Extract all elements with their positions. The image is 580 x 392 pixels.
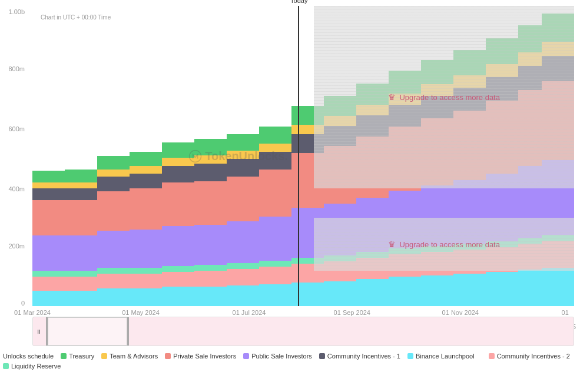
svg-rect-13 bbox=[65, 188, 97, 200]
svg-rect-63 bbox=[259, 127, 291, 144]
svg-rect-21 bbox=[97, 177, 130, 191]
svg-rect-29 bbox=[130, 174, 162, 188]
legend-private-sale: Private Sale Investors bbox=[165, 353, 236, 360]
svg-rect-1 bbox=[32, 277, 65, 291]
svg-rect-37 bbox=[162, 166, 194, 182]
legend-dot-team bbox=[101, 353, 107, 359]
svg-rect-10 bbox=[65, 271, 97, 277]
svg-rect-50 bbox=[227, 263, 259, 269]
legend-public-sale: Public Sale Investors bbox=[243, 353, 312, 360]
utc-label: Chart in UTC + 00:00 Time bbox=[38, 13, 113, 22]
svg-rect-30 bbox=[130, 166, 162, 174]
svg-rect-9 bbox=[65, 277, 97, 291]
svg-rect-23 bbox=[97, 156, 130, 170]
chart-inner: Today ♛ Upgrade to access more data ♛ Up… bbox=[32, 6, 574, 306]
legend-dot-private bbox=[165, 353, 171, 359]
mini-chart-left-handle[interactable] bbox=[46, 317, 48, 346]
mini-chart-right-handle[interactable] bbox=[127, 317, 129, 346]
svg-rect-88 bbox=[389, 277, 421, 306]
svg-rect-36 bbox=[162, 182, 194, 226]
chart-area: Today ♛ Upgrade to access more data ♛ Up… bbox=[32, 6, 574, 306]
today-line: Today bbox=[298, 6, 299, 306]
svg-rect-7 bbox=[32, 171, 65, 182]
svg-rect-52 bbox=[227, 177, 259, 221]
mini-chart[interactable]: ⏸ bbox=[32, 317, 574, 346]
watermark: TokenUnlocks. bbox=[188, 150, 288, 163]
svg-rect-45 bbox=[194, 164, 227, 181]
svg-rect-25 bbox=[130, 274, 162, 288]
y-label-0: 0 bbox=[21, 300, 25, 307]
legend-liquidity: Liquidity Reserve bbox=[3, 363, 61, 370]
svg-rect-20 bbox=[97, 191, 130, 231]
svg-rect-80 bbox=[356, 279, 389, 306]
svg-rect-14 bbox=[65, 182, 97, 188]
legend-dot-community1 bbox=[319, 353, 325, 359]
svg-rect-57 bbox=[259, 267, 291, 284]
legend-community-1: Community Incentives - 1 bbox=[319, 353, 400, 360]
svg-rect-27 bbox=[130, 230, 162, 268]
svg-rect-59 bbox=[259, 217, 291, 261]
svg-rect-64 bbox=[291, 283, 324, 306]
y-label-200m: 200m bbox=[8, 242, 25, 250]
legend-community-2: Community Incentives - 2 bbox=[489, 353, 570, 360]
crown-icon-bottom: ♛ bbox=[388, 240, 396, 249]
legend-treasury: Treasury bbox=[61, 353, 94, 360]
upgrade-text-top: ♛ Upgrade to access more data bbox=[388, 92, 500, 102]
svg-rect-3 bbox=[32, 235, 65, 271]
svg-rect-12 bbox=[65, 200, 97, 235]
svg-rect-18 bbox=[97, 268, 130, 274]
svg-rect-16 bbox=[97, 288, 130, 306]
svg-rect-41 bbox=[194, 271, 227, 287]
upgrade-text-bottom: ♛ Upgrade to access more data bbox=[388, 240, 500, 249]
svg-rect-32 bbox=[162, 287, 194, 306]
svg-rect-60 bbox=[259, 170, 291, 217]
crown-icon-top: ♛ bbox=[388, 92, 396, 102]
svg-rect-48 bbox=[227, 285, 259, 306]
svg-rect-58 bbox=[259, 261, 291, 267]
svg-rect-15 bbox=[65, 170, 97, 182]
svg-rect-2 bbox=[32, 271, 65, 277]
today-label: Today bbox=[290, 0, 307, 4]
svg-rect-24 bbox=[130, 288, 162, 306]
x-label-may: 01 May 2024 bbox=[122, 309, 160, 316]
svg-rect-5 bbox=[32, 188, 65, 200]
svg-rect-0 bbox=[32, 291, 65, 306]
svg-rect-34 bbox=[162, 266, 194, 272]
mini-chart-selection[interactable] bbox=[48, 317, 127, 346]
svg-rect-22 bbox=[97, 170, 130, 177]
svg-rect-19 bbox=[97, 231, 130, 268]
x-label-nov: 01 Nov 2024 bbox=[442, 309, 479, 316]
legend-dot-public bbox=[243, 353, 249, 359]
x-label-jul: 01 Jul 2024 bbox=[233, 309, 266, 316]
x-label-mar: 01 Mar 2024 bbox=[14, 309, 51, 316]
x-label-sep: 01 Sep 2024 bbox=[334, 309, 370, 316]
svg-rect-35 bbox=[162, 226, 194, 266]
upgrade-overlay-top: ♛ Upgrade to access more data bbox=[314, 6, 574, 188]
svg-rect-72 bbox=[324, 281, 356, 306]
legend-title: Unlocks schedule bbox=[3, 353, 54, 360]
legend-dot-treasury bbox=[61, 353, 67, 359]
svg-rect-31 bbox=[130, 152, 162, 166]
svg-rect-6 bbox=[32, 182, 65, 188]
svg-rect-4 bbox=[32, 200, 65, 235]
svg-rect-96 bbox=[421, 275, 453, 306]
svg-point-136 bbox=[189, 150, 201, 162]
svg-rect-104 bbox=[453, 274, 486, 306]
legend-team-advisors: Team & Advisors bbox=[101, 353, 158, 360]
legend-dot-binance bbox=[407, 353, 413, 359]
chart-container: 1.00b 800m 600m 400m 200m 0 Chart in UTC… bbox=[0, 0, 580, 392]
legend-binance: Binance Launchpool bbox=[407, 353, 475, 360]
svg-rect-28 bbox=[130, 188, 162, 230]
svg-rect-112 bbox=[486, 272, 518, 306]
y-label-800m: 800m bbox=[8, 65, 25, 72]
y-label-1b: 1.00b bbox=[8, 8, 25, 15]
svg-rect-42 bbox=[194, 265, 227, 271]
legend-dot-liquidity bbox=[3, 363, 9, 369]
svg-rect-49 bbox=[227, 269, 259, 285]
svg-rect-56 bbox=[259, 284, 291, 306]
svg-rect-55 bbox=[227, 134, 259, 151]
y-axis: 1.00b 800m 600m 400m 200m 0 bbox=[0, 6, 29, 306]
svg-rect-8 bbox=[65, 291, 97, 306]
svg-rect-128 bbox=[542, 268, 574, 306]
mini-pause-button[interactable]: ⏸ bbox=[36, 328, 42, 335]
